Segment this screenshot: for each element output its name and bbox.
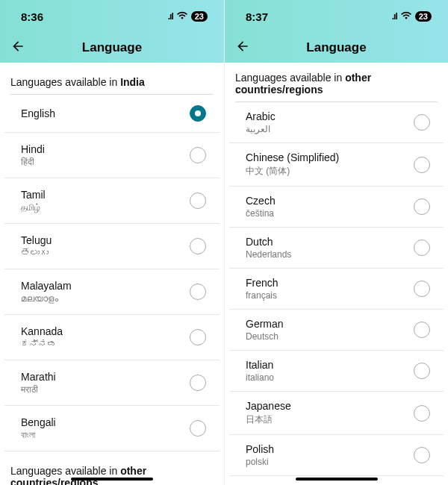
page-title: Language (225, 40, 448, 55)
home-indicator[interactable] (296, 478, 378, 481)
language-text: Japanese日本語 (246, 400, 291, 426)
radio-icon[interactable] (414, 240, 430, 256)
language-item[interactable]: GermanDeutsch (229, 310, 444, 351)
language-text: Marathiमराठी (21, 371, 56, 395)
language-text: English (21, 107, 55, 119)
language-primary: Marathi (21, 371, 56, 383)
screen-right: 8:37 .ıl 23 Language Languages available… (224, 0, 448, 485)
cellular-icon: .ıl (392, 11, 397, 22)
radio-icon[interactable] (190, 420, 206, 436)
language-native: తెలుగు (21, 248, 52, 258)
language-text: Italianitaliano (246, 359, 274, 383)
language-primary: Hindi (21, 143, 45, 155)
language-primary: Italian (246, 359, 274, 371)
language-text: Teluguతెలుగు (21, 234, 52, 258)
language-item[interactable]: Bengaliবাংলা (4, 406, 220, 451)
radio-icon[interactable] (414, 157, 430, 173)
language-text: Malayalamമലയാളം (21, 280, 72, 304)
radio-icon[interactable] (414, 114, 430, 131)
status-bar: 8:37 .ıl 23 (225, 0, 448, 33)
status-right: .ıl 23 (392, 10, 432, 22)
header: Language (0, 33, 224, 63)
radio-icon[interactable] (414, 405, 430, 422)
language-native: العربية (246, 124, 276, 134)
language-item[interactable]: Malayalamമലയാളം (4, 269, 220, 315)
language-item[interactable]: Arabicالعربية (229, 102, 444, 143)
language-native: ಕನ್ನಡ (21, 339, 63, 349)
language-primary: Malayalam (21, 280, 72, 292)
language-native: Deutsch (246, 331, 284, 342)
language-text: Hindiहिंदी (21, 143, 45, 167)
language-primary: Japanese (246, 400, 291, 412)
language-primary: Czech (246, 195, 276, 207)
radio-icon[interactable] (414, 281, 430, 297)
language-text: DutchNederlands (246, 236, 291, 260)
content: Languages available in India EnglishHind… (0, 63, 224, 485)
language-native: हिंदी (21, 157, 45, 167)
language-item[interactable]: Hindiहिंदी (4, 133, 220, 178)
language-native: मराठी (21, 384, 56, 395)
language-text: Chinese (Simplified)中文 (简体) (246, 151, 339, 178)
radio-icon[interactable] (190, 105, 206, 122)
language-item[interactable]: Italianitaliano (229, 351, 444, 392)
radio-icon[interactable] (190, 375, 206, 391)
language-text: Frenchfrançais (246, 277, 279, 301)
language-item[interactable]: Japanese日本語 (229, 392, 444, 435)
radio-icon[interactable] (190, 329, 206, 345)
section-label-other: Languages available in other countries/r… (225, 63, 448, 101)
home-indicator[interactable] (71, 478, 153, 481)
language-text: GermanDeutsch (246, 318, 284, 342)
language-primary: Tamil (21, 189, 46, 201)
language-primary: Arabic (246, 110, 276, 122)
language-primary: Polish (246, 443, 274, 455)
language-primary: German (246, 318, 284, 330)
language-item[interactable]: Frenchfrançais (229, 269, 444, 310)
language-primary: Dutch (246, 236, 291, 248)
status-time: 8:37 (246, 10, 268, 23)
language-primary: Kannada (21, 325, 63, 337)
language-native: മലയാളം (21, 293, 72, 304)
language-item[interactable]: Marathiमराठी (4, 360, 220, 406)
language-native: čeština (246, 208, 276, 219)
cellular-icon: .ıl (168, 11, 173, 22)
language-primary: Telugu (21, 234, 52, 246)
language-item[interactable]: English (4, 95, 220, 133)
language-item[interactable]: Kannadaಕನ್ನಡ (4, 315, 220, 360)
radio-icon[interactable] (414, 322, 430, 338)
wifi-icon (400, 10, 412, 22)
language-item[interactable]: Polishpolski (229, 435, 444, 476)
battery-icon: 23 (415, 11, 432, 22)
radio-icon[interactable] (190, 147, 206, 163)
back-icon[interactable] (235, 39, 250, 57)
language-native: polski (246, 457, 274, 467)
radio-icon[interactable] (414, 363, 430, 379)
status-bar: 8:36 .ıl 23 (0, 0, 224, 33)
language-native: Nederlands (246, 249, 291, 260)
language-item[interactable]: DutchNederlands (229, 228, 444, 269)
language-text: Tamilதமிழ் (21, 189, 46, 213)
language-text: Polishpolski (246, 443, 274, 467)
language-primary: French (246, 277, 279, 289)
language-list-other: ArabicالعربيةChinese (Simplified)中文 (简体)… (225, 102, 448, 485)
battery-icon: 23 (191, 11, 208, 22)
language-item[interactable]: Czechčeština (229, 187, 444, 228)
language-native: 日本語 (246, 413, 291, 426)
language-item[interactable]: Teluguతెలుగు (4, 224, 220, 269)
language-native: தமிழ் (21, 202, 46, 213)
status-right: .ıl 23 (168, 10, 208, 22)
language-item[interactable]: Chinese (Simplified)中文 (简体) (229, 143, 444, 187)
language-primary: Chinese (Simplified) (246, 151, 339, 163)
language-item[interactable]: Tamilதமிழ் (4, 178, 220, 224)
language-native: বাংলা (21, 430, 56, 440)
radio-icon[interactable] (190, 284, 206, 300)
radio-icon[interactable] (190, 193, 206, 209)
back-icon[interactable] (10, 39, 25, 57)
language-primary: English (21, 107, 55, 119)
language-text: Czechčeština (246, 195, 276, 219)
screen-left: 8:36 .ıl 23 Language Languages available… (0, 0, 224, 485)
language-primary: Bengali (21, 416, 56, 428)
section-label-india: Languages available in India (0, 63, 224, 94)
radio-icon[interactable] (414, 447, 430, 463)
radio-icon[interactable] (414, 198, 430, 215)
radio-icon[interactable] (190, 238, 206, 254)
